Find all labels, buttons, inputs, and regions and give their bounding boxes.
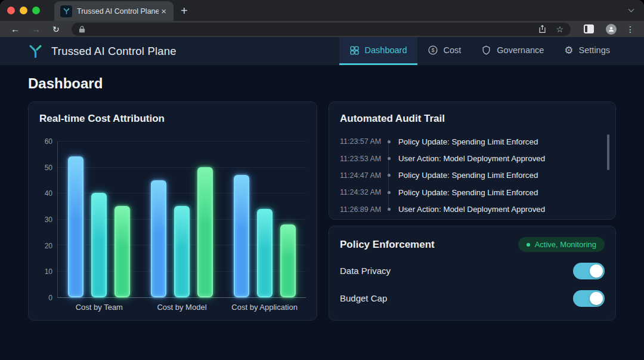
y-tick-label: 0 [48, 294, 52, 302]
audit-entry: 11:23:53 AM User Action: Model Deploymen… [340, 150, 605, 167]
chart-plot-area: Cost by TeamCost by ModelCost by Applica… [57, 141, 306, 298]
bar-series-blue [151, 180, 166, 298]
audit-timestamp: 11:24:32 AM [340, 188, 384, 196]
page-content: Dashboard Real-time Cost Attribution 010… [0, 66, 644, 360]
trussed-logo-icon [27, 43, 44, 59]
bar-series-green [280, 224, 296, 297]
address-bar[interactable]: ☆ [72, 23, 571, 36]
x-category-label: Cost by Model [157, 303, 206, 312]
browser-menu-icon[interactable]: ⋮ [623, 24, 638, 34]
audit-event-text: Policy Update: Spending Limit Enforced [398, 171, 538, 180]
tab-close-icon[interactable]: × [159, 6, 169, 16]
audit-timestamp: 11:23:53 AM [340, 155, 384, 163]
audit-scrollbar[interactable] [607, 134, 609, 170]
nav-item-governance[interactable]: Governance [471, 37, 554, 65]
zoom-window-button[interactable] [32, 7, 40, 14]
cost-attribution-card: Real-time Cost Attribution 0102030405060… [28, 101, 317, 321]
nav-item-label: Settings [579, 45, 610, 55]
page-title: Dashboard [28, 75, 103, 92]
bar-series-blue [68, 156, 83, 297]
policy-toggle-data-privacy[interactable] [573, 263, 605, 279]
bar-series-cyan [91, 193, 107, 297]
audit-event-text: Policy Update: Spending Limit Enforced [398, 188, 538, 197]
audit-list: 11:23:57 AM Policy Update: Spending Limi… [340, 133, 605, 218]
policy-card-title: Policy Enforcement [340, 239, 435, 251]
y-tick-label: 30 [45, 216, 52, 224]
nav-item-label: Governance [497, 45, 544, 55]
tab-title: Trussed AI Control Plane [77, 7, 159, 16]
status-badge-label: Active, Monitoring [535, 240, 596, 249]
browser-window: Trussed AI Control Plane × + ← → ↻ [0, 0, 644, 360]
audit-timestamp: 11:26:89 AM [340, 205, 384, 214]
toggle-knob-icon [590, 264, 603, 278]
browser-tab[interactable]: Trussed AI Control Plane × [54, 1, 174, 21]
reload-button[interactable]: ↻ [48, 24, 64, 35]
dollar-icon: $ [428, 45, 438, 56]
timeline-dot-icon [388, 208, 391, 211]
browser-toolbar: ← → ↻ ☆ ⋮ [0, 21, 644, 37]
lock-icon [79, 26, 85, 33]
audit-event-text: User Action: Model Deployment Approved [398, 205, 545, 214]
policy-enforcement-card: Policy Enforcement Active, Monitoring Da… [329, 226, 616, 321]
nav-item-dashboard[interactable]: Dashboard [339, 37, 417, 65]
audit-entry: 11:24:47 AM Policy Update: Spending Limi… [340, 167, 605, 184]
site-favicon-icon [60, 5, 72, 17]
chart-y-axis: 0102030405060 [39, 141, 57, 298]
audit-entry: 11:26:89 AM User Action: Model Deploymen… [340, 201, 605, 218]
side-panel-icon[interactable] [584, 24, 594, 33]
bookmark-star-icon[interactable]: ☆ [556, 24, 564, 34]
app-header: Trussed AI Control Plane Dashboard $ Cos… [0, 37, 644, 66]
profile-avatar-icon[interactable] [606, 24, 617, 35]
brand: Trussed AI Control Plane [27, 37, 177, 65]
x-category-label: Cost by Application [231, 303, 298, 312]
minimize-window-button[interactable] [20, 7, 27, 14]
forward-button[interactable]: → [27, 23, 45, 35]
cost-card-title: Real-time Cost Attribution [39, 113, 306, 125]
nav-item-label: Cost [444, 45, 462, 55]
share-icon[interactable] [538, 24, 546, 33]
y-tick-label: 20 [45, 242, 52, 250]
policy-toggle-budget-cap[interactable] [573, 290, 605, 307]
policy-row: Budget Cap [340, 290, 605, 307]
close-window-button[interactable] [7, 7, 15, 14]
browser-tab-strip: Trussed AI Control Plane × + [0, 0, 644, 21]
audit-trail-card: Automated Audit Trail 11:23:57 AM Policy… [329, 101, 616, 220]
app-title: Trussed AI Control Plane [51, 45, 177, 58]
audit-card-title: Automated Audit Trail [340, 113, 605, 125]
policy-row: Data Privacy [340, 262, 605, 279]
back-button[interactable]: ← [6, 23, 24, 35]
audit-event-text: Policy Update: Spending Limit Enforced [398, 137, 538, 146]
bar-series-green [114, 206, 130, 297]
timeline-dot-icon [388, 191, 391, 194]
gear-icon: ⚙ [564, 45, 573, 56]
policy-toggle-rows: Data Privacy Budget Cap [340, 262, 605, 307]
bar-series-cyan [257, 209, 273, 297]
y-tick-label: 60 [45, 137, 52, 146]
bar-group-2: Cost by Model [151, 141, 213, 297]
audit-timestamp: 11:23:57 AM [340, 137, 384, 146]
audit-timestamp: 11:24:47 AM [340, 171, 384, 180]
svg-text:$: $ [431, 47, 434, 53]
y-tick-label: 10 [45, 267, 52, 276]
new-tab-button[interactable]: + [174, 5, 195, 17]
bar-series-green [197, 167, 213, 297]
nav-item-label: Dashboard [365, 45, 407, 55]
nav-item-cost[interactable]: $ Cost [417, 37, 472, 65]
timeline-dot-icon [388, 140, 391, 143]
shield-icon [481, 45, 491, 56]
status-badge: Active, Monitoring [518, 237, 605, 252]
header-nav: Dashboard $ Cost Governance ⚙ Settings [339, 37, 644, 65]
policy-label: Data Privacy [340, 266, 391, 276]
audit-entry: 11:23:57 AM Policy Update: Spending Limi… [340, 133, 605, 150]
bar-series-blue [234, 175, 249, 297]
y-tick-label: 40 [45, 189, 52, 198]
bar-series-cyan [174, 206, 190, 297]
audit-event-text: User Action: Model Deployment Approved [398, 154, 545, 163]
x-category-label: Cost by Team [76, 303, 123, 312]
tab-search-chevron-icon[interactable] [629, 7, 634, 13]
window-controls [0, 0, 48, 21]
grid-icon [349, 45, 360, 56]
nav-item-settings[interactable]: ⚙ Settings [554, 37, 620, 65]
y-tick-label: 50 [45, 164, 52, 172]
status-dot-icon [527, 243, 530, 247]
